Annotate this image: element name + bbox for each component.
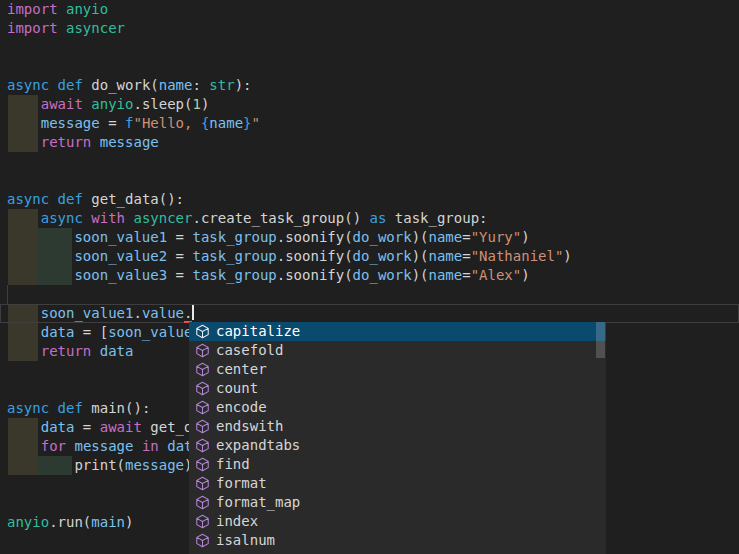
suggest-item-selected[interactable]: capitalize — [189, 322, 606, 341]
suggest-item[interactable]: isalnum — [189, 531, 606, 550]
code-token: = [ — [74, 324, 108, 340]
suggest-item[interactable]: find — [189, 455, 606, 474]
code-token: anyio — [66, 1, 108, 17]
suggest-item[interactable]: encode — [189, 398, 606, 417]
suggest-item-label: capitalize — [216, 322, 300, 341]
code-token: do_work — [353, 267, 412, 283]
suggest-item[interactable]: expandtabs — [189, 436, 606, 455]
code-token: "Nathaniel" — [471, 248, 564, 264]
method-cube-icon — [194, 438, 210, 454]
code-token: name — [209, 115, 243, 131]
method-cube-icon — [194, 381, 210, 397]
code-token: for — [41, 438, 66, 454]
code-token: = — [462, 267, 470, 283]
code-token: as — [370, 210, 387, 226]
code-line[interactable]: soon_value1.value. — [7, 304, 739, 323]
suggest-item[interactable]: casefold — [189, 341, 606, 360]
code-token — [7, 324, 41, 340]
code-token: main(): — [83, 400, 150, 416]
code-line[interactable]: soon_value2 = task_group.soonify(do_work… — [7, 247, 739, 266]
suggest-item-label: count — [216, 379, 258, 398]
code-token — [7, 96, 41, 112]
suggest-item[interactable]: format_map — [189, 493, 606, 512]
code-token: async — [7, 400, 49, 416]
code-token: def — [58, 77, 83, 93]
code-token: )( — [412, 229, 429, 245]
suggest-list: capitalizecasefoldcentercountencodeendsw… — [189, 322, 606, 550]
code-line[interactable]: import asyncer — [7, 19, 739, 38]
code-token: name — [428, 229, 462, 245]
code-token: task_group — [192, 229, 276, 245]
suggest-item-label: format_map — [216, 493, 300, 512]
code-token — [49, 77, 57, 93]
code-token: . — [133, 305, 141, 321]
suggest-item[interactable]: index — [189, 512, 606, 531]
code-token: .soonify( — [277, 267, 353, 283]
code-token: = — [462, 229, 470, 245]
code-line[interactable]: return message — [7, 133, 739, 152]
code-token — [7, 210, 41, 226]
code-token — [91, 343, 99, 359]
code-token: soon_value1 — [41, 305, 134, 321]
code-token: = — [74, 419, 99, 435]
code-token: ) — [201, 96, 209, 112]
code-token: = — [167, 248, 192, 264]
suggest-item[interactable]: center — [189, 360, 606, 379]
code-token: print( — [7, 457, 125, 473]
code-token: async — [7, 191, 49, 207]
method-cube-icon — [194, 419, 210, 435]
code-token: name — [428, 267, 462, 283]
code-token — [49, 191, 57, 207]
suggest-item-label: find — [216, 455, 250, 474]
code-token: def — [58, 191, 83, 207]
method-cube-icon — [194, 457, 210, 473]
suggest-item[interactable]: format — [189, 474, 606, 493]
method-cube-icon — [194, 476, 210, 492]
suggest-widget[interactable]: capitalizecasefoldcentercountencodeendsw… — [189, 322, 606, 554]
code-line[interactable]: async def get_data(): — [7, 190, 739, 209]
suggest-scrollbar-thumb[interactable] — [596, 322, 605, 358]
code-token — [7, 267, 74, 283]
code-line[interactable]: import anyio — [7, 0, 739, 19]
code-token: main — [91, 514, 125, 530]
code-token — [7, 343, 41, 359]
code-token: message — [100, 134, 159, 150]
code-token: = — [462, 248, 470, 264]
code-line[interactable]: async with asyncer.create_task_group() a… — [7, 209, 739, 228]
code-line[interactable]: soon_value1 = task_group.soonify(do_work… — [7, 228, 739, 247]
code-token: name — [428, 248, 462, 264]
code-token: name — [159, 77, 193, 93]
suggest-item-label: encode — [216, 398, 267, 417]
code-line[interactable]: await anyio.sleep(1) — [7, 95, 739, 114]
code-line[interactable]: async def do_work(name: str): — [7, 76, 739, 95]
suggest-item[interactable]: count — [189, 379, 606, 398]
code-token: get_data(): — [83, 191, 184, 207]
code-token — [49, 400, 57, 416]
code-token: value — [142, 305, 184, 321]
code-token: "Hello, — [133, 115, 200, 131]
code-line[interactable]: soon_value3 = task_group.soonify(do_work… — [7, 266, 739, 285]
code-editor[interactable]: import anyioimport asyncerasync def do_w… — [0, 0, 739, 554]
code-token: )( — [412, 248, 429, 264]
code-token: "Alex" — [471, 267, 522, 283]
code-token: import — [7, 1, 58, 17]
code-token: . — [184, 305, 192, 323]
code-token: do_work — [353, 229, 412, 245]
code-line[interactable]: message = f"Hello, {name}" — [7, 114, 739, 133]
indent-guide — [7, 285, 8, 304]
code-token: get_d — [142, 419, 193, 435]
code-token: import — [7, 20, 58, 36]
code-token — [91, 134, 99, 150]
code-token: soon_value1 — [74, 229, 167, 245]
code-token: soon_value2 — [74, 248, 167, 264]
code-token: task_group — [192, 267, 276, 283]
code-token: data — [100, 343, 134, 359]
code-token: "Yury" — [471, 229, 522, 245]
suggest-item[interactable]: endswith — [189, 417, 606, 436]
code-token: soon_value3 — [74, 267, 167, 283]
code-token — [7, 419, 41, 435]
code-token — [7, 438, 41, 454]
code-token: ) — [563, 248, 571, 264]
code-token: = — [167, 229, 192, 245]
code-token: anyio — [7, 514, 49, 530]
